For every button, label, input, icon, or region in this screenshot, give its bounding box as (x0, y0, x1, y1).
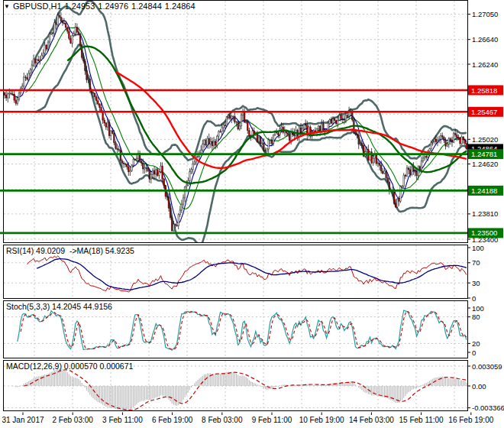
time-axis: 31 Jan 20172 Feb 03:003 Feb 11:006 Feb 1… (2, 413, 493, 425)
support-price-label: 1.23500 (471, 229, 497, 237)
price-tick-label: 1.25020 (472, 135, 498, 144)
time-tick-label: 3 Feb 11:00 (102, 416, 143, 424)
symbol-timeframe: GBPUSD,H1 (13, 2, 62, 11)
macd-indicator-label: MACD(12,26,9) 0.000570 0.000671 (6, 362, 133, 371)
time-tick-label: 8 Feb 03:00 (202, 416, 243, 424)
chart-title: ▼GBPUSD,H11.249531.249761.248441.24864 (4, 2, 199, 11)
time-tick-label: 15 Feb 11:00 (399, 416, 444, 424)
stoch-tick-label: 80 (472, 313, 480, 321)
time-tick-label: 6 Feb 19:00 (152, 416, 193, 424)
stoch-tick-label: 20 (472, 339, 480, 348)
support-price-label: 1.24781 (471, 150, 497, 158)
time-tick-label: 9 Feb 11:00 (252, 416, 292, 424)
rsi-indicator-label: RSI(14) 49.0209 ->MA(18) 54.9235 (6, 246, 134, 255)
ohlc-close: 1.24864 (165, 2, 195, 11)
stoch-tick-label: 100 (472, 304, 484, 313)
macd-tick-label: 0.003059 (472, 362, 502, 371)
price-tick-label: 1.26240 (472, 60, 498, 69)
price-tick-label: 1.27050 (472, 10, 498, 18)
macd-tick-label: -0.003366 (472, 404, 504, 412)
time-tick-label: 31 Jan 2017 (2, 416, 44, 424)
support-price-label: 1.24188 (471, 186, 497, 195)
stoch-tick-label: 0 (472, 349, 476, 357)
price-tick-label: 1.23810 (472, 209, 498, 218)
time-tick-label: 2 Feb 03:00 (53, 416, 94, 424)
macd-tick-label: 0.00 (472, 382, 486, 391)
ohlc-low: 1.24844 (131, 2, 162, 11)
rsi-tick-label: 70 (472, 258, 480, 267)
resistance-price-label: 1.25818 (471, 86, 497, 95)
time-tick-label: 10 Feb 19:00 (299, 416, 344, 424)
ohlc-open: 1.24953 (65, 2, 95, 11)
ohlc-high: 1.24976 (98, 2, 128, 11)
price-tick-label: 1.26640 (472, 35, 498, 44)
stoch-indicator-label: Stoch(5,3,3) 14.2045 44.9156 (6, 302, 112, 311)
chart-window: 1.270501.266401.262401.250201.246201.238… (0, 0, 504, 428)
time-tick-label: 14 Feb 03:00 (349, 416, 394, 424)
resistance-price-label: 1.25467 (471, 108, 497, 116)
rsi-tick-label: 100 (472, 244, 484, 252)
symbol-dropdown-icon[interactable]: ▼ (4, 3, 10, 10)
rsi-tick-label: 0 (472, 294, 476, 303)
time-tick-label: 16 Feb 19:00 (448, 416, 493, 424)
rsi-tick-label: 30 (472, 279, 480, 287)
price-axis: 1.270501.266401.262401.250201.246201.238… (468, 10, 504, 243)
price-tick-label: 1.24620 (472, 160, 498, 168)
